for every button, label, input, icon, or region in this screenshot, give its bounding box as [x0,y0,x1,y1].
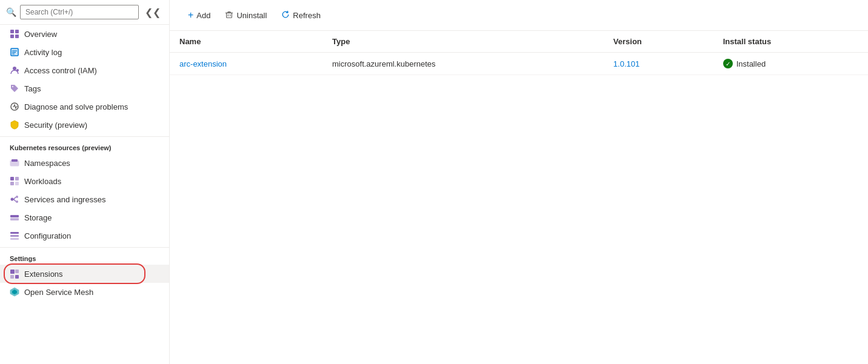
table-row: arc-extension microsoft.azureml.kubernet… [170,53,868,75]
sidebar-item-open-service-mesh[interactable]: Open Service Mesh [0,283,169,301]
uninstall-icon [225,10,233,21]
svg-point-19 [11,198,14,201]
sidebar-item-activity-log[interactable]: Activity log [0,43,169,61]
table-cell-version: 1.0.101 [604,53,713,75]
search-bar: 🔍 ❮❮ [0,0,169,25]
table-container: Name Type Version Install status arc-ext… [170,31,868,364]
svg-rect-14 [12,159,18,162]
search-input[interactable] [20,5,139,19]
refresh-button[interactable]: Refresh [275,7,327,24]
sidebar-item-configuration-label: Configuration [24,231,71,240]
svg-line-23 [14,199,16,202]
security-icon [10,120,19,130]
arc-extension-link[interactable]: arc-extension [179,59,227,68]
sidebar-item-overview-label: Overview [24,30,57,39]
sidebar-item-security-label: Security (preview) [24,121,87,130]
sidebar-item-namespaces-label: Namespaces [24,159,70,168]
kubernetes-resources-section-header: Kubernetes resources (preview) [0,136,169,154]
install-status-cell: ✓ Installed [723,59,858,68]
svg-rect-1 [15,30,19,33]
access-control-icon [10,65,19,75]
svg-rect-24 [10,215,19,217]
table-cell-install-status: ✓ Installed [713,53,868,75]
main-content: + Add Uninstall Refre [170,0,868,364]
add-button[interactable]: + Add [182,6,216,24]
toolbar: + Add Uninstall Refre [170,0,868,31]
activity-log-icon [10,47,19,57]
sidebar-item-configuration[interactable]: Configuration [0,227,169,245]
sidebar: 🔍 ❮❮ Overview Activity log [0,0,170,364]
svg-rect-2 [10,35,14,38]
sidebar-item-tags-label: Tags [24,84,41,93]
svg-rect-28 [10,238,19,240]
sidebar-item-access-control-label: Access control (IAM) [24,66,97,75]
uninstall-label: Uninstall [236,11,267,20]
refresh-label: Refresh [293,11,321,20]
refresh-icon [281,10,290,21]
svg-rect-18 [15,182,19,185]
uninstall-button[interactable]: Uninstall [219,7,273,24]
svg-point-10 [16,69,19,71]
svg-rect-25 [10,218,19,220]
svg-line-22 [14,197,16,200]
col-header-install-status: Install status [713,31,868,53]
svg-rect-17 [10,182,14,185]
extensions-table: Name Type Version Install status arc-ext… [170,31,868,75]
sidebar-item-extensions-label: Extensions [24,270,63,279]
sidebar-item-overview[interactable]: Overview [0,25,169,43]
configuration-icon [10,231,19,240]
extensions-icon [10,269,19,279]
search-icon: 🔍 [6,7,16,17]
workloads-icon [10,176,19,186]
table-header-row: Name Type Version Install status [170,31,868,53]
svg-rect-3 [15,35,19,38]
collapse-button[interactable]: ❮❮ [142,5,163,19]
sidebar-item-tags[interactable]: Tags [0,79,169,98]
services-ingresses-icon [10,194,19,204]
svg-rect-27 [10,235,19,237]
svg-rect-29 [10,270,15,274]
add-label: Add [196,11,210,20]
sidebar-item-diagnose-label: Diagnose and solve problems [24,102,128,111]
install-status-label: Installed [736,59,766,68]
table-cell-type: microsoft.azureml.kubernetes [322,53,604,75]
diagnose-icon [10,102,19,111]
svg-rect-31 [10,275,14,279]
sidebar-item-workloads[interactable]: Workloads [0,172,169,190]
col-header-name: Name [170,31,322,53]
svg-rect-0 [10,30,14,33]
settings-section-header: Settings [0,247,169,265]
open-service-mesh-icon [10,287,19,297]
svg-rect-15 [10,177,14,180]
sidebar-item-extensions[interactable]: Extensions [0,265,169,283]
table-cell-name: arc-extension [170,53,322,75]
sidebar-item-storage[interactable]: Storage [0,208,169,227]
sidebar-item-namespaces[interactable]: Namespaces [0,154,169,172]
sidebar-item-services-ingresses[interactable]: Services and ingresses [0,190,169,208]
svg-point-11 [12,86,13,87]
sidebar-item-activity-log-label: Activity log [24,48,62,57]
tags-icon [10,84,19,93]
svg-point-21 [16,200,18,203]
storage-icon [10,213,19,222]
svg-rect-30 [15,270,19,273]
sidebar-item-diagnose[interactable]: Diagnose and solve problems [0,98,169,116]
sidebar-item-services-ingresses-label: Services and ingresses [24,195,105,204]
svg-point-9 [13,67,16,70]
overview-icon [10,29,19,39]
col-header-version: Version [604,31,713,53]
namespaces-icon [10,158,19,168]
sidebar-item-access-control[interactable]: Access control (IAM) [0,61,169,79]
svg-rect-32 [15,275,19,279]
svg-rect-26 [10,232,19,234]
sidebar-item-security[interactable]: Security (preview) [0,116,169,134]
installed-status-icon: ✓ [723,59,733,68]
sidebar-item-storage-label: Storage [24,213,52,222]
svg-rect-35 [227,13,232,18]
sidebar-item-workloads-label: Workloads [24,177,61,186]
sidebar-item-open-service-mesh-label: Open Service Mesh [24,288,93,297]
svg-point-20 [16,196,18,198]
svg-rect-16 [15,177,19,180]
add-icon: + [188,10,193,21]
col-header-type: Type [322,31,604,53]
